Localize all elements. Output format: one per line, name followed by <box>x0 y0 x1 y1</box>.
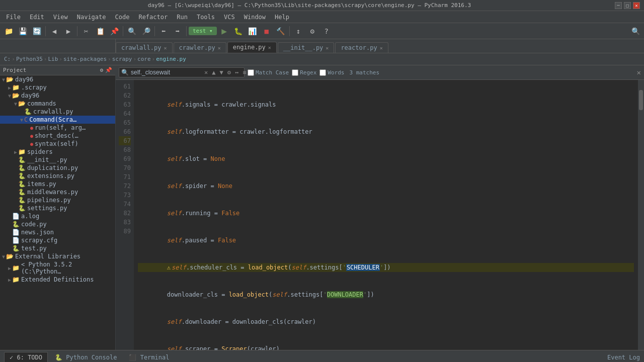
build-button[interactable]: 🔨 <box>274 25 287 38</box>
tree-day96-inner[interactable]: ▼ 📂 day96 <box>0 92 115 100</box>
tree-middlewares[interactable]: ▶ 🐍 middlewares.py <box>0 188 115 196</box>
nav-scrapy[interactable]: scrapy <box>112 56 132 62</box>
search-options-btn[interactable]: ⚙ <box>226 69 232 76</box>
match-case-checkbox[interactable] <box>248 69 254 76</box>
debug-button[interactable]: 🐛 <box>232 25 245 38</box>
nav-core[interactable]: core <box>137 56 151 62</box>
tab-engine-close[interactable]: ✕ <box>268 45 271 50</box>
toolbar-copy-btn[interactable]: 📋 <box>94 25 107 38</box>
toolbar-project-btn[interactable]: 📁 <box>2 25 15 38</box>
toolbar-prev-btn[interactable]: ⬅ <box>157 25 170 38</box>
scrollbar-right[interactable] <box>638 80 644 350</box>
tree-command-class[interactable]: ▼ C Command(Scra… <box>0 116 115 124</box>
tree-testpy[interactable]: ▶ 🐍 test.py <box>0 244 115 252</box>
tab-crawlall[interactable]: crawlall.py ✕ <box>116 42 173 53</box>
stop-button[interactable]: ■ <box>260 25 273 38</box>
tree-crawlall[interactable]: ▶ 🐍 crawlall.py <box>0 108 115 116</box>
search-next-btn[interactable]: ▼ <box>218 69 224 76</box>
search-clear-btn[interactable]: ✕ <box>203 69 209 76</box>
menu-edit[interactable]: Edit <box>26 13 48 22</box>
toolbar-back-btn[interactable]: ◀ <box>48 25 61 38</box>
tree-ext-defs[interactable]: ▶ 📁 Extended Definitions <box>0 276 115 284</box>
code-editor[interactable]: 61 62 63 64 65 66 67 68 69 70 71 72 73 7… <box>116 80 644 350</box>
tab-reactor-close[interactable]: ✕ <box>380 45 383 51</box>
words-label[interactable]: Words <box>319 69 344 76</box>
tree-alog[interactable]: ▶ 📄 a.log <box>0 212 115 220</box>
menu-help[interactable]: Help <box>271 13 293 22</box>
minimize-button[interactable]: ─ <box>615 2 622 9</box>
tree-scrapycfg[interactable]: ▶ 📄 scrapy.cfg <box>0 236 115 244</box>
project-settings-icon[interactable]: ⚙ <box>100 67 103 73</box>
tree-extensions[interactable]: ▶ 🐍 extensions.py <box>0 172 115 180</box>
tree-settings[interactable]: ▶ 🐍 settings.py <box>0 204 115 212</box>
run-button[interactable]: ▶ <box>218 25 231 38</box>
nav-lib[interactable]: Lib <box>48 56 58 62</box>
run-with-coverage-btn[interactable]: 📊 <box>246 25 259 38</box>
settings-button[interactable]: ⚙ <box>306 25 319 38</box>
tab-init-close[interactable]: ✕ <box>326 45 329 51</box>
tree-items[interactable]: ▶ 🐍 items.py <box>0 180 115 188</box>
menu-navigate[interactable]: Navigate <box>73 13 110 22</box>
project-pin-icon[interactable]: 📌 <box>105 67 112 73</box>
menu-window[interactable]: Window <box>240 13 270 22</box>
tree-pipelines[interactable]: ▶ 🐍 pipelines.py <box>0 196 115 204</box>
tree-external-libs[interactable]: ▼ 📂 External Libraries <box>0 252 115 260</box>
nav-python35[interactable]: Python35 <box>16 56 43 62</box>
close-button[interactable]: ✕ <box>633 2 640 9</box>
bottom-tab-terminal[interactable]: ⬛ Terminal <box>124 352 174 363</box>
match-case-label[interactable]: Match Case <box>248 69 289 76</box>
tab-init[interactable]: __init__.py ✕ <box>278 42 335 53</box>
menu-refactor[interactable]: Refactor <box>134 13 172 22</box>
tree-scrapy-hidden[interactable]: ▶ 📁 .scrapy <box>0 83 115 92</box>
menu-tools[interactable]: Tools <box>193 13 219 22</box>
tree-codepy[interactable]: ▶ 🐍 code.py <box>0 220 115 228</box>
run-config-selector[interactable]: test ▾ <box>189 27 217 35</box>
toolbar-cut-btn[interactable]: ✂ <box>79 25 93 38</box>
tab-crawler-close[interactable]: ✕ <box>218 45 221 51</box>
tab-engine[interactable]: engine.py ✕ <box>227 42 277 53</box>
maximize-button[interactable]: □ <box>624 2 631 9</box>
tab-crawlall-close[interactable]: ✕ <box>164 45 167 51</box>
tree-spiders[interactable]: ▶ 📁 spiders <box>0 148 115 156</box>
tree-run-method[interactable]: ▶ ● run(self, arg… <box>0 124 115 132</box>
tree-commands[interactable]: ▼ 📂 commands <box>0 100 115 108</box>
scroll-thumb[interactable] <box>639 90 643 110</box>
bottom-tab-todo[interactable]: ✓ 6: TODO <box>4 352 48 362</box>
tab-crawler[interactable]: crawler.py ✕ <box>174 42 226 53</box>
search-multifile-btn[interactable]: ≡ <box>242 69 247 76</box>
search-close-btn[interactable]: ✕ <box>637 68 641 76</box>
toolbar-find-btn[interactable]: 🔍 <box>125 25 138 38</box>
search-input[interactable] <box>131 69 201 76</box>
tree-python352[interactable]: ▶ 📁 < Python 3.5.2 (C:\Python… <box>0 260 115 276</box>
nav-enginepy[interactable]: engine.py <box>156 56 186 62</box>
vcs-button[interactable]: ↕ <box>292 25 305 38</box>
words-checkbox[interactable] <box>319 69 326 76</box>
regex-label[interactable]: Regex <box>292 69 316 76</box>
toolbar-next-btn[interactable]: ➡ <box>171 25 184 38</box>
regex-checkbox[interactable] <box>292 69 298 76</box>
tree-day96-root[interactable]: ▼ 📂 day96 <box>0 75 115 83</box>
tab-reactor[interactable]: reactor.py ✕ <box>335 42 388 53</box>
toolbar-sync-btn[interactable]: 🔄 <box>30 25 43 38</box>
search-everywhere-btn[interactable]: 🔍 <box>629 25 642 38</box>
tree-init-py[interactable]: ▶ 🐍 __init__.py <box>0 156 115 164</box>
toolbar-replace-btn[interactable]: 🔎 <box>139 25 152 38</box>
nav-c[interactable]: C: <box>4 56 11 62</box>
menu-file[interactable]: File <box>2 13 25 22</box>
tree-syntax-method[interactable]: ▶ ● syntax(self) <box>0 140 115 148</box>
search-prev-btn[interactable]: ▲ <box>211 69 216 76</box>
search-replace-btn[interactable]: ↔ <box>234 69 239 76</box>
menu-view[interactable]: View <box>49 13 72 22</box>
toolbar-paste-btn[interactable]: 📌 <box>108 25 121 38</box>
menu-code[interactable]: Code <box>111 13 134 22</box>
tree-newsjson[interactable]: ▶ 📄 news.json <box>0 228 115 236</box>
help-btn[interactable]: ? <box>320 25 333 38</box>
nav-site-packages[interactable]: site-packages <box>63 56 107 62</box>
menu-vcs[interactable]: VCS <box>220 13 239 22</box>
tree-short-desc-method[interactable]: ▶ ● short_desc(… <box>0 132 115 140</box>
bottom-tab-python-console[interactable]: 🐍 Python Console <box>50 352 122 363</box>
menu-run[interactable]: Run <box>173 13 192 22</box>
event-log-btn[interactable]: Event Log <box>607 354 640 361</box>
toolbar-forward-btn[interactable]: ▶ <box>62 25 75 38</box>
tree-duplication[interactable]: ▶ 🐍 duplication.py <box>0 164 115 172</box>
